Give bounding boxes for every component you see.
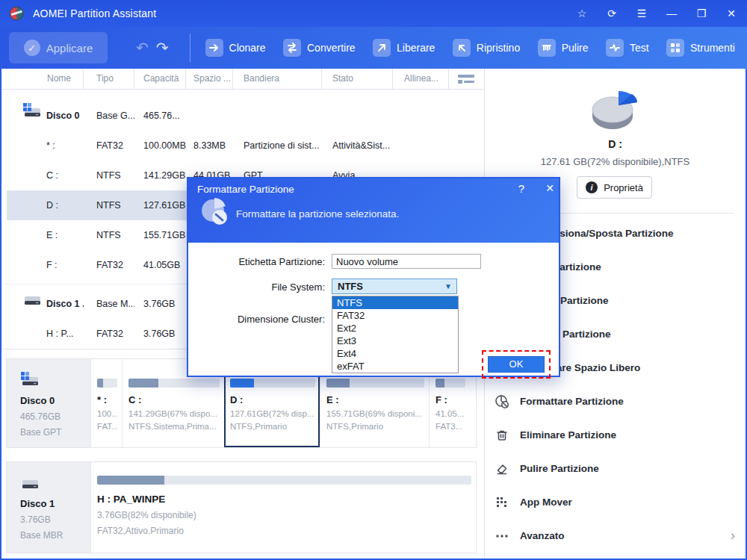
disk-icon [22,101,42,131]
test-icon [606,39,624,57]
window-frame-left [0,69,1,560]
file-system-select[interactable]: NTFS ▼ [332,279,457,294]
toolbar: ✓ Applicare ↶ ↷ ClonareConvertireLiberar… [0,27,747,69]
disk-icon [20,377,40,390]
fs-option-exfat[interactable]: exFAT [332,360,458,373]
table-row-disco0[interactable]: Disco 0Base G...465.76... [7,101,484,131]
tools-icon [666,39,684,57]
selected-partition-label: D : [485,138,746,150]
ok-highlight-dashed-box [482,350,551,379]
wipe-partition-icon [495,461,509,476]
format-pie-icon [199,196,230,228]
apply-button[interactable]: ✓ Applicare [9,32,108,63]
toolbar-divider [190,34,190,62]
app-logo-icon [9,5,25,22]
file-system-field-label: File System: [187,281,325,293]
toolbar-item-strumenti[interactable]: Strumenti [666,39,735,57]
undo-icon[interactable]: ↶ [136,39,149,57]
partition-label-field-label: Etichetta Partizione: [187,256,325,267]
fs-option-ext2[interactable]: Ext2 [332,322,458,335]
properties-button[interactable]: i Proprietà [577,176,652,199]
toolbar-item-clonare[interactable]: Clonare [205,39,266,57]
partition-label-input[interactable] [332,254,481,269]
maximize-icon[interactable]: ❒ [692,4,711,23]
fs-option-ext3[interactable]: Ext3 [332,335,458,347]
menu-icon[interactable]: ☰ [632,4,651,23]
column-header-tipo[interactable]: Tipo [84,69,134,89]
selected-partition-info: 127.61 GB(72% disponibile),NTFS [485,156,746,167]
menu-item-pulire-partizione[interactable]: Pulire Partizione [485,452,746,485]
dialog-header: Formattare Partizione ? ✕ Formattare la … [188,178,559,243]
toolbar-item-pulire[interactable]: Pulire [538,39,589,57]
usage-bar [326,379,424,388]
disk-icon [22,289,42,319]
restore-icon [453,39,471,57]
menu-item-eliminare-partizione[interactable]: Eliminare Partizione [485,418,746,452]
dialog-subtitle: Formattare la partizione selezionata. [236,208,399,220]
app-window: AOMEI Partition Assistant ☆⟳☰—❒✕ ✓ Appli… [0,0,747,560]
column-header-allinea[interactable]: Allinea... [393,69,449,89]
partition-block-[interactable]: * : 100.... FAT... [90,359,122,447]
free-up-icon [373,39,391,57]
toolbar-item-convertire[interactable]: Convertire [283,39,356,57]
usage-bar [97,379,117,388]
disk-icon [20,480,40,493]
disk-usage-pie [586,87,642,136]
dialog-close-icon[interactable]: ✕ [542,182,557,194]
column-header-nome[interactable]: Nome [1,69,84,89]
format-icon [495,394,509,409]
dialog-help-icon[interactable]: ? [514,182,529,195]
column-settings-icon[interactable] [449,69,484,89]
table-row-[interactable]: * :FAT32100.00MB8.33MBPartizione di sist… [7,131,484,161]
usage-bar [436,379,465,388]
info-icon: i [586,181,598,193]
window-controls: ☆⟳☰—❒✕ [572,0,741,27]
toolbar-item-ripristino[interactable]: Ripristino [453,39,520,57]
favorite-star-icon[interactable]: ☆ [572,4,592,23]
refresh-icon[interactable]: ⟳ [602,4,622,23]
fs-option-ext4[interactable]: Ext4 [332,347,458,360]
chevron-down-icon: ▼ [444,282,452,290]
menu-item-formattare-partizione[interactable]: Formattare Partizione [485,385,746,418]
usage-bar [230,379,315,388]
app-mover-icon [495,495,509,510]
toolbar-item-test[interactable]: Test [606,39,649,57]
file-system-dropdown-list: NTFSFAT32Ext2Ext3Ext4exFAT [332,296,459,373]
menu-item-avanzato[interactable]: Avanzato › [485,519,746,553]
toolbar-item-liberare[interactable]: Liberare [373,39,435,57]
cluster-size-field-label: Dimensione Cluster: [187,314,325,325]
title-bar: AOMEI Partition Assistant ☆⟳☰—❒✕ [0,0,747,27]
fs-option-ntfs[interactable]: NTFS [332,296,458,309]
partition-block-hpawinpe[interactable]: H : PA_WINPE 3.76GB(82% disponibile) FAT… [90,462,476,553]
delete-icon [495,428,509,443]
dialog-title: Formattare Partizione [197,184,294,195]
convert-icon [283,39,301,57]
chevron-right-icon: › [731,528,735,544]
menu-item-app-mover[interactable]: App Mover [485,485,746,519]
clone-icon [205,39,223,57]
check-icon: ✓ [24,40,40,56]
advanced-icon [495,529,509,544]
column-header-capacit[interactable]: Capacità [134,69,186,89]
app-title: AOMEI Partition Assistant [33,7,156,19]
table-header: NomeTipoCapacitàSpazio ...BandieraStatoA… [1,69,484,90]
minimize-icon[interactable]: — [662,4,681,23]
column-header-stato[interactable]: Stato [322,69,393,89]
disk-summary-cell[interactable]: Disco 1 3.76GB Base MBR [7,462,90,553]
usage-bar [128,379,220,388]
fs-option-fat32[interactable]: FAT32 [332,309,458,322]
disk1-strip: Disco 1 3.76GB Base MBR H : PA_WINPE 3.7… [6,461,477,553]
format-partition-dialog: Formattare Partizione ? ✕ Formattare la … [187,177,560,377]
column-header-spazio[interactable]: Spazio ... [186,69,233,89]
usage-bar [97,476,471,485]
column-header-bandiera[interactable]: Bandiera [233,69,322,89]
wipe-icon [538,39,556,57]
redo-icon[interactable]: ↷ [156,39,169,57]
disk-summary-cell[interactable]: Disco 0 465.76GB Base GPT [7,359,90,447]
close-icon[interactable]: ✕ [722,4,741,23]
